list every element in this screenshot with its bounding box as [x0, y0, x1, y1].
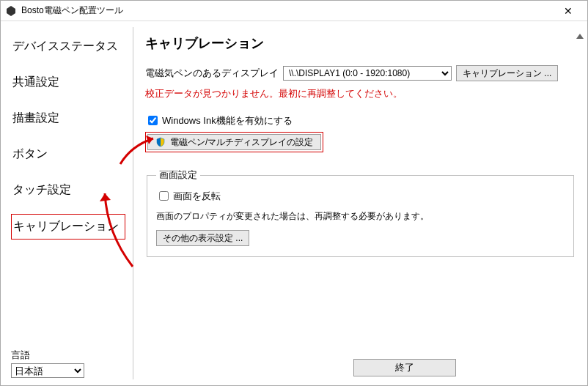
calibrate-button[interactable]: キャリブレーション ... — [456, 65, 558, 81]
sidebar-item-touch-settings[interactable]: タッチ設定 — [11, 178, 125, 202]
sidebar-item-label: ボタン — [12, 147, 48, 160]
content-pane: キャリブレーション 電磁気ペンのあるディスプレイ \\.\DISPLAY1 (0… — [133, 21, 587, 385]
screen-settings-note: 画面のプロパティが変更された場合は、再調整する必要があります。 — [156, 210, 565, 223]
exit-button[interactable]: 終了 — [353, 359, 456, 376]
sidebar-item-label: 共通設定 — [12, 75, 59, 88]
screen-settings-legend: 画面設定 — [156, 168, 200, 182]
sidebar-item-buttons[interactable]: ボタン — [11, 142, 125, 166]
language-label: 言語 — [11, 349, 121, 362]
language-area: 言語 日本語 — [11, 349, 121, 378]
flip-screen-row: 画面を反転 — [156, 189, 565, 203]
sidebar: デバイスステータス 共通設定 描畫設定 ボタン タッチ設定 キャリブレーション … — [1, 21, 133, 385]
highlight-box: 電磁ペン/マルチディスプレイの設定 — [145, 132, 323, 152]
page-title: キャリブレーション — [145, 34, 576, 52]
windows-ink-checkbox[interactable] — [148, 116, 158, 125]
screen-settings-group: 画面設定 画面を反転 画面のプロパティが変更された場合は、再調整する必要がありま… — [147, 168, 574, 257]
flip-screen-label: 画面を反転 — [173, 190, 221, 203]
shield-icon — [155, 137, 166, 147]
app-window: Bosto電磁ペン配置ツール ✕ デバイスステータス 共通設定 描畫設定 ボタン… — [0, 0, 588, 386]
sidebar-item-common-settings[interactable]: 共通設定 — [11, 70, 125, 94]
svg-marker-0 — [576, 34, 584, 39]
app-icon — [5, 5, 17, 17]
sidebar-item-label: キャリブレーション — [13, 220, 119, 232]
window-title: Bosto電磁ペン配置ツール — [21, 4, 554, 17]
sidebar-item-label: タッチ設定 — [12, 183, 71, 196]
windows-ink-label: Windows Ink機能を有効にする — [162, 114, 293, 127]
scroll-up-icon[interactable] — [576, 31, 584, 42]
display-select[interactable]: \\.\DISPLAY1 (0:0 - 1920:1080) — [283, 66, 452, 81]
other-display-settings-button[interactable]: その他の表示設定 ... — [156, 230, 249, 246]
flip-screen-checkbox[interactable] — [159, 191, 169, 201]
language-select[interactable]: 日本語 — [11, 363, 84, 378]
display-row: 電磁気ペンのあるディスプレイ \\.\DISPLAY1 (0:0 - 1920:… — [145, 65, 576, 81]
sidebar-item-label: デバイスステータス — [12, 40, 118, 52]
windows-ink-row: Windows Ink機能を有効にする — [145, 114, 576, 127]
sidebar-item-calibration[interactable]: キャリブレーション — [11, 214, 125, 240]
window-close-button[interactable]: ✕ — [554, 1, 583, 21]
sidebar-item-device-status[interactable]: デバイスステータス — [11, 34, 125, 59]
titlebar: Bosto電磁ペン配置ツール ✕ — [1, 1, 587, 21]
pen-settings-label: 電磁ペン/マルチディスプレイの設定 — [170, 136, 313, 149]
sidebar-item-label: 描畫設定 — [12, 111, 59, 124]
calibration-warning: 校正データが見つかりません。最初に再調整してください。 — [145, 87, 576, 100]
pen-multidisplay-settings-button[interactable]: 電磁ペン/マルチディスプレイの設定 — [147, 134, 321, 150]
display-label: 電磁気ペンのあるディスプレイ — [145, 67, 279, 80]
sidebar-item-drawing-settings[interactable]: 描畫設定 — [11, 106, 125, 130]
